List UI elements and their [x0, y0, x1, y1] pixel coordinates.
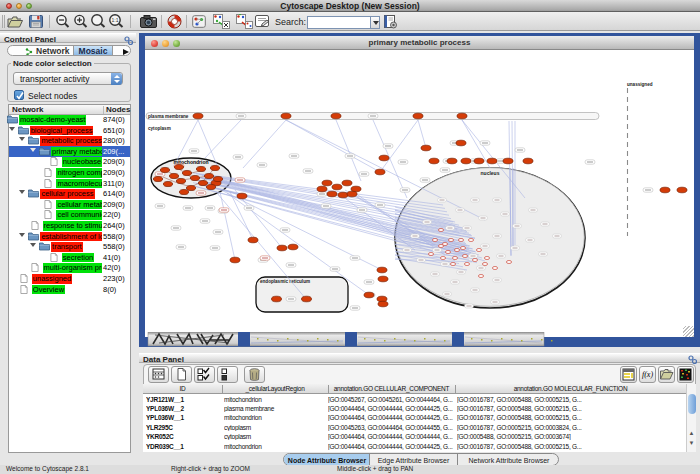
svg-text:plasma membrane: plasma membrane [148, 114, 189, 119]
svg-text:nucleus: nucleus [481, 170, 500, 176]
svg-text:unassigned: unassigned [627, 82, 653, 87]
svg-text:1:1: 1:1 [112, 17, 119, 23]
svg-text:cytoplasm: cytoplasm [148, 126, 171, 131]
svg-text:endoplasmic reticulum: endoplasmic reticulum [260, 279, 310, 284]
